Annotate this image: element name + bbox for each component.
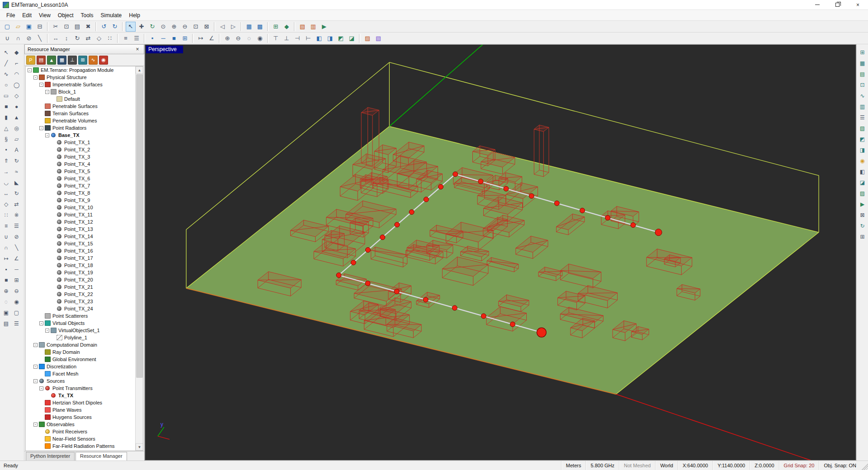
field-overlay-icon[interactable]: ▨ <box>858 188 868 198</box>
boolean-intersect-icon[interactable]: ∩ <box>13 33 23 43</box>
slice-tool-icon[interactable]: ╲ <box>11 242 22 253</box>
edge-snap-icon[interactable]: ─ <box>11 264 22 275</box>
tree-item-point-tx-21[interactable]: Point_TX_21 <box>26 283 135 291</box>
tree-item-polyline-1[interactable]: Polyline_1 <box>26 334 135 341</box>
hide-tool-icon[interactable]: ◌ <box>1 296 11 307</box>
tx-point[interactable] <box>452 306 457 310</box>
tree-item-point-tx-12[interactable]: Point_TX_12 <box>26 218 135 226</box>
distribute-icon[interactable]: ☰ <box>132 33 142 43</box>
tree-item-default[interactable]: Default <box>26 95 135 103</box>
tree-collapse-icon[interactable]: - <box>39 321 43 325</box>
tx-point[interactable] <box>510 322 515 327</box>
move-tool-icon[interactable]: ↔ <box>1 188 11 199</box>
view-top-icon[interactable]: ⊤ <box>271 33 281 43</box>
tree-item-terrain-surfaces[interactable]: Terrain Surfaces <box>26 110 135 117</box>
tree-collapse-icon[interactable]: - <box>39 386 43 390</box>
intersect-tool-icon[interactable]: ∩ <box>1 242 11 253</box>
menu-view[interactable]: View <box>35 11 54 20</box>
measure-angle-icon[interactable]: ∠ <box>207 33 217 43</box>
loft-tool-icon[interactable]: ≈ <box>11 166 22 177</box>
material-editor-icon[interactable]: ▨ <box>363 33 373 43</box>
show-grid-icon[interactable]: ▦ <box>858 58 868 68</box>
tree-item-point-tx-8[interactable]: Point_TX_8 <box>26 189 135 197</box>
tree-item-point-radiators[interactable]: -Point Radiators <box>26 124 135 132</box>
hide-icon[interactable]: ◌ <box>244 33 254 43</box>
radiation-pattern-icon[interactable]: ◉ <box>99 56 108 65</box>
tree-item-observables[interactable]: -Observables <box>26 421 135 428</box>
shaded-view-icon[interactable]: ▩ <box>255 22 265 32</box>
physical-structure-icon[interactable]: ▤ <box>37 56 46 65</box>
3d-scene[interactable]: y <box>145 45 856 460</box>
pyramid-tool-icon[interactable]: △ <box>1 123 11 134</box>
background-icon[interactable]: ◧ <box>858 167 868 177</box>
status-frequency[interactable]: 5.800 GHz <box>585 461 619 470</box>
snapshot-icon[interactable]: ⊠ <box>858 210 868 220</box>
menu-object[interactable]: Object <box>54 11 77 20</box>
menu-tools[interactable]: Tools <box>77 11 97 20</box>
refresh-view-icon[interactable]: ↻ <box>858 221 868 231</box>
tree-item-point-tx-23[interactable]: Point_TX_23 <box>26 298 135 305</box>
scale-icon[interactable]: ◇ <box>94 33 104 43</box>
show-legend-icon[interactable]: ▧ <box>858 123 868 133</box>
tx-point[interactable] <box>478 179 483 184</box>
tx-point[interactable] <box>580 208 585 213</box>
tree-item-hertzian-short-dipoles[interactable]: Hertzian Short Dipoles <box>26 399 135 406</box>
panel-close-icon[interactable]: × <box>134 46 141 53</box>
chamfer-tool-icon[interactable]: ◣ <box>11 177 22 188</box>
viewport-3d[interactable]: Perspective y <box>145 44 856 461</box>
tx-point[interactable] <box>424 197 429 202</box>
tree-item-penetrable-surfaces[interactable]: Penetrable Surfaces <box>26 103 135 110</box>
distribute-tool-icon[interactable]: ☰ <box>11 221 22 231</box>
tree-item-near-field-sensors[interactable]: Near-Field Sensors <box>26 435 135 442</box>
array-linear-tool-icon[interactable]: ∷ <box>1 210 11 221</box>
torus-tool-icon[interactable]: ◎ <box>11 123 22 134</box>
save-icon[interactable]: ▣ <box>24 22 34 32</box>
mirror-icon[interactable]: ⇄ <box>83 33 93 43</box>
tree-collapse-icon[interactable]: - <box>45 329 49 333</box>
tree-item-point-tx-7[interactable]: Point_TX_7 <box>26 182 135 189</box>
terrain-module-icon[interactable]: ▲ <box>47 56 56 65</box>
copy-icon[interactable]: ⊡ <box>61 22 71 32</box>
measure-distance-icon[interactable]: ↦ <box>196 33 206 43</box>
text-tool-icon[interactable]: A <box>11 145 22 155</box>
cut-icon[interactable]: ✂ <box>51 22 61 32</box>
tx-point[interactable] <box>554 201 559 206</box>
menu-file[interactable]: File <box>3 11 19 20</box>
paste-icon[interactable]: ▤ <box>72 22 82 32</box>
show-tool-icon[interactable]: ◉ <box>11 296 22 307</box>
tx-point[interactable] <box>453 172 458 177</box>
snap-vertex-icon[interactable]: ▪ <box>147 33 157 43</box>
group-icon[interactable]: ⊕ <box>222 33 232 43</box>
new-file-icon[interactable]: ▢ <box>2 22 12 32</box>
elevate-icon[interactable]: ↕ <box>61 33 71 43</box>
resize-grip[interactable] <box>861 461 868 470</box>
tree-item-point-tx-18[interactable]: Point_TX_18 <box>26 262 135 269</box>
snap-edge-icon[interactable]: ─ <box>158 33 168 43</box>
tree-item-point-tx-19[interactable]: Point_TX_19 <box>26 269 135 276</box>
show-labels-icon[interactable]: ☰ <box>858 113 868 122</box>
tree-item-virtualobjectset-1[interactable]: -VirtualObjectSet_1 <box>26 327 135 334</box>
tree-item-physical-structure[interactable]: -Physical Structure <box>26 74 135 81</box>
tx-point[interactable] <box>365 248 370 253</box>
cone-tool-icon[interactable]: ▲ <box>11 112 22 123</box>
redo-icon[interactable]: ↻ <box>110 22 120 32</box>
tree-collapse-icon[interactable]: - <box>33 379 38 383</box>
radiator-set-icon[interactable]: ⊥ <box>68 56 77 65</box>
tree-item-point-tx-17[interactable]: Point_TX_17 <box>26 254 135 262</box>
tx-point[interactable] <box>351 260 356 265</box>
tree-item-point-tx-15[interactable]: Point_TX_15 <box>26 240 135 247</box>
face-snap-icon[interactable]: ■ <box>1 275 11 286</box>
fillet-tool-icon[interactable]: ◡ <box>1 177 11 188</box>
tx-point[interactable] <box>395 222 400 227</box>
delete-icon[interactable]: ✖ <box>83 22 93 32</box>
tree-collapse-icon[interactable]: - <box>33 365 38 369</box>
tree-item-point-tx-22[interactable]: Point_TX_22 <box>26 291 135 298</box>
tx-point[interactable] <box>655 229 662 236</box>
scroll-up-icon[interactable]: ▲ <box>136 66 143 74</box>
tree-item-point-scatterers[interactable]: Point Scatterers <box>26 312 135 320</box>
array-polar-tool-icon[interactable]: ※ <box>11 210 22 221</box>
revolve-tool-icon[interactable]: ↻ <box>11 155 22 166</box>
view-bottom-icon[interactable]: ⊥ <box>282 33 292 43</box>
line-tool-icon[interactable]: ╱ <box>1 58 11 69</box>
tx-point[interactable] <box>423 297 428 302</box>
